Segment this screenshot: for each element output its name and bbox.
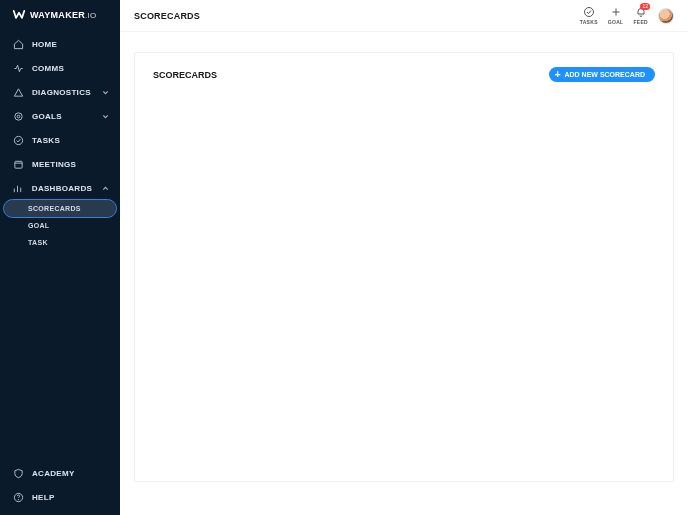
notification-badge: 12 bbox=[640, 3, 650, 10]
calendar-icon bbox=[12, 158, 24, 170]
sidebar-subitem-goal[interactable]: GOAL bbox=[0, 217, 120, 234]
chevron-down-icon bbox=[100, 111, 110, 121]
avatar[interactable] bbox=[658, 8, 674, 24]
topbar-action-label: TASKS bbox=[580, 19, 598, 25]
sidebar-item-label: MEETINGS bbox=[32, 160, 110, 169]
sidebar-item-meetings[interactable]: MEETINGS bbox=[0, 152, 120, 176]
topbar-tasks-button[interactable]: TASKS bbox=[580, 6, 598, 25]
topbar-feed-button[interactable]: 12 FEED bbox=[633, 6, 648, 25]
plus-icon bbox=[610, 6, 622, 18]
top-actions: TASKS GOAL 12 FEED bbox=[580, 6, 674, 25]
sidebar-subitem-label: TASK bbox=[28, 239, 48, 246]
sidebar-item-academy[interactable]: ACADEMY bbox=[0, 461, 120, 485]
card-header: SCORECARDS + ADD NEW SCORECARD bbox=[153, 67, 655, 82]
sidebar: WAYMAKER.IO HOME COMMS DIAGNOSTICS GOALS… bbox=[0, 0, 120, 515]
add-button-label: ADD NEW SCORECARD bbox=[565, 71, 646, 78]
sidebar-item-comms[interactable]: COMMS bbox=[0, 56, 120, 80]
svg-point-1 bbox=[17, 115, 20, 118]
chevron-down-icon bbox=[100, 87, 110, 97]
bar-chart-icon bbox=[12, 182, 24, 194]
home-icon bbox=[12, 38, 24, 50]
activity-icon bbox=[12, 62, 24, 74]
sidebar-item-label: HELP bbox=[32, 493, 110, 502]
topbar-action-label: GOAL bbox=[608, 19, 624, 25]
svg-point-6 bbox=[584, 8, 593, 17]
check-circle-icon bbox=[583, 6, 595, 18]
shield-icon bbox=[12, 467, 24, 479]
page-title: SCORECARDS bbox=[134, 11, 200, 21]
help-icon bbox=[12, 491, 24, 503]
sidebar-item-dashboards[interactable]: DASHBOARDS bbox=[0, 176, 120, 200]
brand-logo[interactable]: WAYMAKER.IO bbox=[0, 0, 120, 32]
sidebar-item-diagnostics[interactable]: DIAGNOSTICS bbox=[0, 80, 120, 104]
sidebar-item-label: HOME bbox=[32, 40, 110, 49]
waymaker-logo-icon bbox=[12, 8, 26, 22]
topbar-goal-button[interactable]: GOAL bbox=[608, 6, 624, 25]
sidebar-item-goals[interactable]: GOALS bbox=[0, 104, 120, 128]
sidebar-item-help[interactable]: HELP bbox=[0, 485, 120, 509]
scorecards-card: SCORECARDS + ADD NEW SCORECARD bbox=[134, 52, 674, 482]
sidebar-subitem-task[interactable]: TASK bbox=[0, 234, 120, 251]
check-circle-icon bbox=[12, 134, 24, 146]
add-new-scorecard-button[interactable]: + ADD NEW SCORECARD bbox=[549, 67, 655, 82]
brand-name: WAYMAKER bbox=[30, 10, 85, 20]
sidebar-item-label: ACADEMY bbox=[32, 469, 110, 478]
svg-point-0 bbox=[14, 112, 21, 119]
target-icon bbox=[12, 110, 24, 122]
topbar-action-label: FEED bbox=[633, 19, 648, 25]
sidebar-nav: HOME COMMS DIAGNOSTICS GOALS TASKS MEETI… bbox=[0, 32, 120, 515]
sidebar-item-label: DASHBOARDS bbox=[32, 184, 92, 193]
sidebar-item-label: TASKS bbox=[32, 136, 110, 145]
sidebar-item-label: COMMS bbox=[32, 64, 110, 73]
brand-suffix: .IO bbox=[85, 11, 97, 20]
sidebar-item-home[interactable]: HOME bbox=[0, 32, 120, 56]
sidebar-bottom: ACADEMY HELP bbox=[0, 461, 120, 515]
sidebar-subitem-label: SCORECARDS bbox=[28, 205, 81, 212]
content: SCORECARDS + ADD NEW SCORECARD bbox=[120, 32, 688, 515]
svg-point-2 bbox=[14, 136, 22, 144]
sidebar-subitem-scorecards[interactable]: SCORECARDS bbox=[4, 200, 116, 217]
sidebar-subitem-label: GOAL bbox=[28, 222, 49, 229]
card-title: SCORECARDS bbox=[153, 70, 217, 80]
sidebar-item-label: GOALS bbox=[32, 112, 92, 121]
sidebar-item-label: DIAGNOSTICS bbox=[32, 88, 92, 97]
svg-rect-3 bbox=[14, 161, 21, 168]
sidebar-item-tasks[interactable]: TASKS bbox=[0, 128, 120, 152]
triangle-icon bbox=[12, 86, 24, 98]
topbar: SCORECARDS TASKS GOAL 12 FEED bbox=[120, 0, 688, 32]
main: SCORECARDS TASKS GOAL 12 FEED SCORECARDS bbox=[120, 0, 688, 515]
chevron-up-icon bbox=[100, 183, 110, 193]
